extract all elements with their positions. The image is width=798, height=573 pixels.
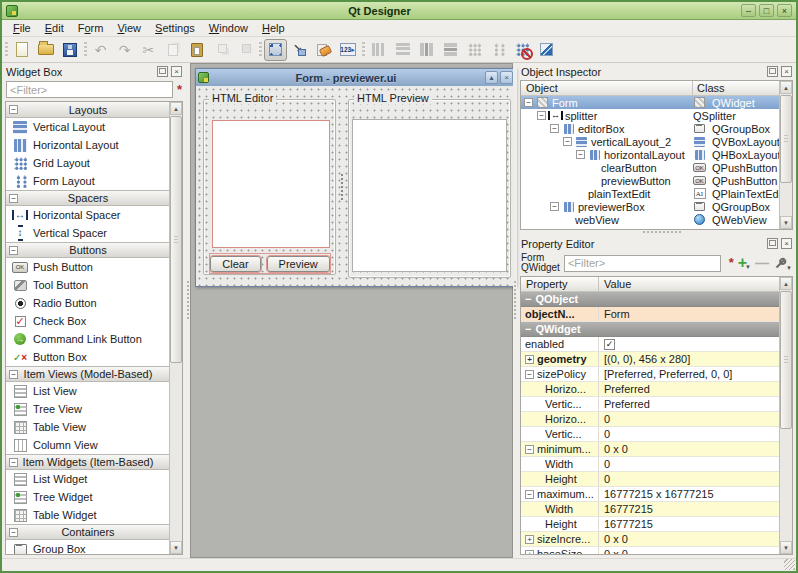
widget-item-form-layout[interactable]: Form Layout (6, 172, 169, 190)
property-row[interactable]: Height0 (521, 472, 779, 487)
widget-item-table-widget[interactable]: Table Widget (6, 506, 169, 524)
tree-row-webview[interactable]: webView QWebView (521, 213, 779, 226)
widget-item-button-box[interactable]: Button Box (6, 348, 169, 366)
property-row[interactable]: Vertic...Preferred (521, 397, 779, 412)
scroll-up-icon[interactable]: ▲ (170, 102, 182, 115)
property-row[interactable]: +geometry[(0, 0), 456 x 280] (521, 352, 779, 367)
collapse-icon[interactable]: − (550, 124, 559, 133)
widget-item-tree-view[interactable]: Tree View (6, 400, 169, 418)
menu-form[interactable]: Form (71, 21, 111, 35)
property-filter-input[interactable] (564, 255, 721, 272)
preview-button[interactable]: Preview (267, 256, 330, 272)
collapse-icon[interactable]: − (9, 528, 18, 537)
property-group-row[interactable]: −QObject (521, 292, 779, 307)
tree-row-clearbutton[interactable]: clearButton QPushButton (521, 161, 779, 174)
category-spacers[interactable]: −Spacers (6, 190, 169, 206)
collapse-icon[interactable]: − (537, 111, 546, 120)
edit-signals-slots-button[interactable] (288, 39, 311, 61)
menu-help[interactable]: Help (255, 21, 292, 35)
collapse-icon[interactable]: − (525, 490, 534, 499)
widget-item-group-box[interactable]: Group Box (6, 540, 169, 555)
tree-row-plaintextedit[interactable]: plainTextEdit QPlainTextEdit (521, 187, 779, 200)
widget-item-list-view[interactable]: List View (6, 382, 169, 400)
button-row-layout[interactable]: Clear Preview (209, 253, 331, 274)
property-row[interactable]: objectN...Form (521, 307, 779, 322)
category-containers[interactable]: −Containers (6, 524, 169, 540)
menu-file[interactable]: File (6, 21, 38, 35)
form-canvas[interactable]: HTML Editor Clear Preview HTML Preview (196, 86, 515, 286)
scroll-down-icon[interactable]: ▼ (780, 541, 792, 554)
property-row[interactable]: Horizo...Preferred (521, 382, 779, 397)
menu-settings[interactable]: Settings (148, 21, 202, 35)
add-dynamic-property-button[interactable]: +▼ (738, 256, 751, 270)
tree-row-previewbutton[interactable]: previewButton QPushButton (521, 174, 779, 187)
category-item-views[interactable]: −Item Views (Model-Based) (6, 366, 169, 382)
collapse-icon[interactable]: − (525, 323, 531, 335)
collapse-icon[interactable]: − (576, 150, 585, 159)
property-row[interactable]: +sizeIncre...0 x 0 (521, 532, 779, 547)
property-editor-column-header[interactable]: Property Value (521, 277, 779, 292)
widget-item-column-view[interactable]: Column View (6, 436, 169, 454)
tree-row-splitter[interactable]: −splitter QSplitter (521, 109, 779, 122)
scroll-down-icon[interactable]: ▼ (780, 216, 792, 229)
edit-widgets-button[interactable] (264, 39, 287, 61)
tree-row-editorbox[interactable]: −editorBox QGroupBox (521, 122, 779, 135)
plain-text-edit[interactable] (212, 120, 330, 248)
clear-button[interactable]: Clear (210, 256, 260, 272)
property-row[interactable]: +baseSize0 x 0 (521, 547, 779, 555)
filter-options-icon[interactable]: * (729, 258, 734, 268)
menu-window[interactable]: Window (202, 21, 255, 35)
property-row[interactable]: Width0 (521, 457, 779, 472)
mdi-maximize-icon[interactable]: ▴ (485, 71, 498, 84)
scroll-down-icon[interactable]: ▼ (170, 541, 182, 554)
object-inspector-column-header[interactable]: Object Class (521, 81, 779, 96)
editor-group-box[interactable]: HTML Editor Clear Preview (203, 99, 336, 275)
maximize-icon[interactable]: □ (759, 4, 774, 17)
tree-row-form[interactable]: −Form QWidget (521, 96, 779, 109)
close-dock-icon[interactable] (781, 66, 792, 77)
scroll-thumb[interactable] (170, 116, 182, 363)
expand-icon[interactable]: + (525, 355, 534, 364)
widget-item-vertical-spacer[interactable]: Vertical Spacer (6, 224, 169, 242)
toolbar-handle[interactable] (257, 40, 263, 60)
close-icon[interactable]: × (777, 4, 792, 17)
collapse-icon[interactable]: − (563, 137, 572, 146)
category-layouts[interactable]: −Layouts (6, 102, 169, 118)
category-item-widgets[interactable]: −Item Widgets (Item-Based) (6, 454, 169, 470)
property-row[interactable]: Height16777215 (521, 517, 779, 532)
configure-property-editor-button[interactable]: ▼ (773, 256, 792, 271)
property-row[interactable]: Vertic...0 (521, 427, 779, 442)
widget-item-command-link-button[interactable]: Command Link Button (6, 330, 169, 348)
edit-buddies-button[interactable] (312, 39, 335, 61)
property-group-row[interactable]: −QWidget (521, 322, 779, 337)
scroll-up-icon[interactable]: ▲ (780, 81, 792, 94)
property-row[interactable]: −maximum...16777215 x 16777215 (521, 487, 779, 502)
float-dock-icon[interactable] (157, 66, 168, 77)
dock-splitter-right[interactable] (513, 63, 517, 558)
property-row[interactable]: Width16777215 (521, 502, 779, 517)
widget-item-vertical-layout[interactable]: Vertical Layout (6, 118, 169, 136)
expand-icon[interactable]: + (525, 535, 534, 544)
widget-box-scrollbar[interactable]: ▲ ▼ (169, 102, 182, 554)
paste-button[interactable] (185, 39, 208, 61)
adjust-size-button[interactable] (535, 39, 558, 61)
new-form-button[interactable] (10, 39, 33, 61)
widget-item-table-view[interactable]: Table View (6, 418, 169, 436)
category-buttons[interactable]: −Buttons (6, 242, 169, 258)
save-form-button[interactable] (58, 39, 81, 61)
widget-item-radio-button[interactable]: Radio Button (6, 294, 169, 312)
collapse-icon[interactable]: − (524, 98, 533, 107)
resize-grip[interactable] (784, 559, 795, 570)
scroll-thumb[interactable] (780, 95, 792, 183)
form-splitter-handle[interactable] (337, 99, 347, 277)
widget-item-grid-layout[interactable]: Grid Layout (6, 154, 169, 172)
object-inspector-scrollbar[interactable]: ▲ ▼ (779, 81, 792, 229)
widget-filter-input[interactable] (6, 81, 173, 98)
widget-item-horizontal-layout[interactable]: Horizontal Layout (6, 136, 169, 154)
widget-item-tree-widget[interactable]: Tree Widget (6, 488, 169, 506)
dock-splitter-horizontal[interactable] (517, 230, 796, 235)
collapse-icon[interactable]: − (525, 445, 534, 454)
toolbar-handle[interactable] (360, 40, 366, 60)
property-row[interactable]: Horizo...0 (521, 412, 779, 427)
collapse-icon[interactable]: − (9, 194, 18, 203)
